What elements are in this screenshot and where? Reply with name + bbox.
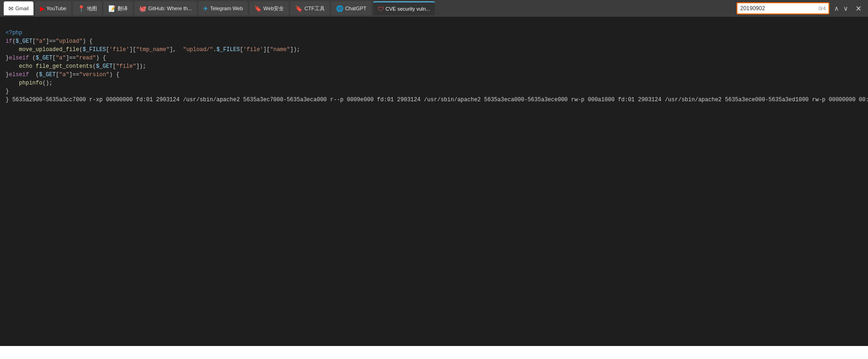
maps-icon: 📍: [78, 5, 85, 12]
code-line-7: phpinfo();: [6, 80, 53, 86]
code-line-8: }: [6, 88, 9, 95]
tab-youtube-label: YouTube: [46, 6, 66, 11]
code-line-2: if($_GET["a"]=="upload") {: [6, 38, 92, 45]
tab-github-label: GitHub: Where th...: [148, 6, 192, 11]
find-next-button[interactable]: ∨: [842, 4, 850, 13]
youtube-icon: ▶: [40, 5, 45, 12]
ctf-icon: 🔖: [295, 5, 302, 12]
tab-chatgpt[interactable]: 🌐 ChatGPT: [331, 1, 371, 15]
tab-bar: ✉ Gmail ▶ YouTube 📍 地图 📝 翻译 🐙 GitHub: Wh…: [4, 1, 734, 15]
find-close-button[interactable]: ✕: [853, 3, 864, 14]
tab-ctf-label: CTF工具: [304, 5, 324, 12]
code-line-5: echo file_get_contents($_GET["file"]);: [6, 63, 146, 70]
code-line-6: }elseif ($_GET["a"]=="version") {: [6, 72, 119, 78]
find-prev-button[interactable]: ∧: [832, 4, 841, 13]
cve-icon: 🛡: [378, 6, 384, 13]
tab-cve-label: CVE security vuln...: [386, 6, 430, 12]
tab-chatgpt-label: ChatGPT: [345, 6, 367, 11]
tab-gmail[interactable]: ✉ Gmail: [4, 1, 33, 15]
tab-websec[interactable]: 🔖 Web安全: [250, 1, 289, 15]
find-bar: 0/4 ∧ ∨ ✕: [736, 2, 864, 14]
tab-websec-label: Web安全: [263, 5, 284, 12]
tab-translate-label: 翻译: [118, 5, 128, 12]
telegram-icon: ✈: [203, 5, 208, 12]
tab-cve[interactable]: 🛡 CVE security vuln...: [373, 1, 435, 15]
tab-ctf[interactable]: 🔖 CTF工具: [290, 1, 329, 15]
tab-youtube[interactable]: ▶ YouTube: [35, 1, 71, 15]
websec-icon: 🔖: [254, 5, 262, 12]
tab-telegram-label: Telegram Web: [210, 6, 243, 11]
code-line-4: }elseif ($_GET["a"]=="read") {: [6, 55, 106, 61]
find-navigation: ∧ ∨: [832, 4, 850, 13]
tab-telegram[interactable]: ✈ Telegram Web: [198, 1, 248, 15]
code-line-3: move_uploaded_file($_FILES['file']["tmp_…: [6, 46, 300, 53]
translate-icon: 📝: [108, 5, 116, 12]
tab-maps[interactable]: 📍 地图: [73, 1, 102, 15]
find-input[interactable]: [740, 5, 817, 12]
content-area[interactable]: <?php if($_GET["a"]=="upload") { move_up…: [0, 17, 868, 346]
find-input-box[interactable]: 0/4: [736, 2, 829, 14]
tab-maps-label: 地图: [87, 5, 97, 12]
browser-chrome: ✉ Gmail ▶ YouTube 📍 地图 📝 翻译 🐙 GitHub: Wh…: [0, 0, 868, 17]
find-count: 0/4: [819, 6, 826, 11]
tab-github[interactable]: 🐙 GitHub: Where th...: [134, 1, 197, 15]
tab-gmail-label: Gmail: [15, 6, 29, 11]
code-line-1: <?php: [6, 30, 22, 36]
github-icon: 🐙: [139, 5, 146, 12]
chatgpt-icon: 🌐: [336, 5, 343, 12]
output-line-1: } 5635a2900-5635a3cc7000 r-xp 00000000 f…: [6, 97, 868, 103]
gmail-icon: ✉: [8, 5, 13, 12]
tab-translate[interactable]: 📝 翻译: [104, 1, 132, 15]
